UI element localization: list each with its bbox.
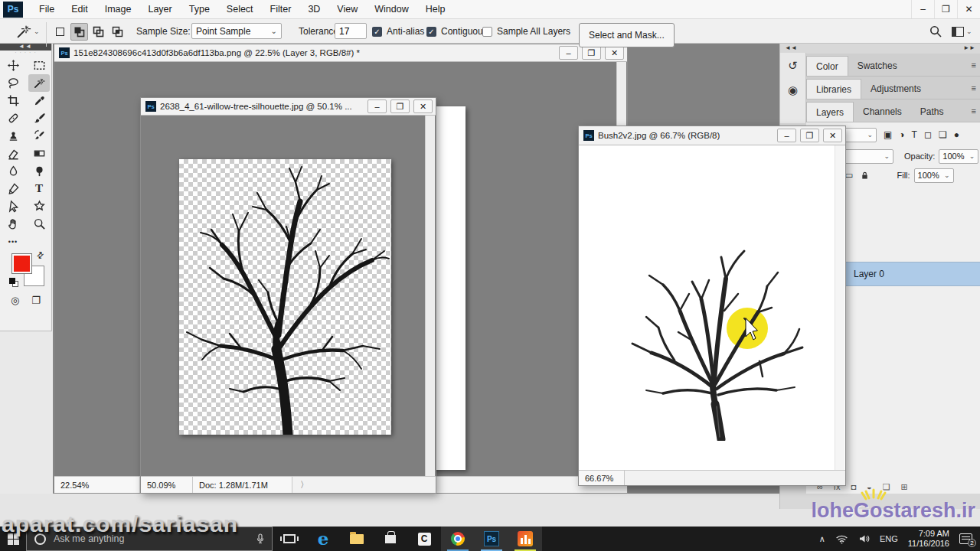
chrome-button[interactable] xyxy=(441,527,475,551)
photoshop-taskbar-button[interactable]: Ps xyxy=(475,527,508,551)
filter-type-layers-icon[interactable]: T xyxy=(912,129,917,140)
app-restore-button[interactable]: ❐ xyxy=(934,0,957,18)
task-view-button[interactable] xyxy=(273,527,306,551)
willow-titlebar[interactable]: Ps 2638_4_61-willow-tree-silhouette.jpg … xyxy=(141,98,436,116)
tab-channels[interactable]: Channels xyxy=(854,102,911,122)
custom-shape-tool[interactable] xyxy=(28,197,50,215)
zoom-level-field[interactable]: 22.54% xyxy=(54,477,140,493)
sample-size-select[interactable]: Point Sample⌄ xyxy=(191,23,282,39)
history-brush-tool[interactable] xyxy=(28,127,50,145)
move-tool[interactable] xyxy=(2,57,24,74)
collapse-panels-icon[interactable]: ◄◄ xyxy=(785,44,797,52)
menu-window[interactable]: Window xyxy=(366,4,416,15)
path-selection-tool[interactable] xyxy=(2,197,24,215)
subtract-from-selection-button[interactable] xyxy=(90,23,107,41)
history-panel-icon[interactable]: ↺ xyxy=(788,59,798,73)
maximize-button[interactable]: ❐ xyxy=(582,46,601,60)
hand-tool[interactable] xyxy=(2,215,24,233)
layer-mask-icon[interactable]: ◘ xyxy=(851,482,856,492)
file-explorer-button[interactable] xyxy=(340,527,374,551)
minimize-button[interactable]: – xyxy=(368,99,387,113)
close-button[interactable]: ✕ xyxy=(823,129,842,142)
bush-canvas-area[interactable] xyxy=(579,145,845,470)
menu-3d[interactable]: 3D xyxy=(299,4,328,15)
gradient-tool[interactable] xyxy=(28,145,50,162)
menu-view[interactable]: View xyxy=(328,4,366,15)
status-chevron-icon[interactable]: 〉 xyxy=(292,479,316,491)
eyedropper-tool[interactable] xyxy=(28,92,50,109)
tab-swatches[interactable]: Swatches xyxy=(848,56,906,76)
sample-all-layers-checkbox[interactable]: Sample All Layers xyxy=(482,19,570,44)
new-layer-icon[interactable]: ⊞ xyxy=(901,482,908,492)
swap-colors-icon[interactable]: ⇄ xyxy=(34,249,47,262)
clone-stamp-tool[interactable] xyxy=(2,127,24,145)
edge-browser-button[interactable]: e xyxy=(306,527,340,551)
menu-filter[interactable]: Filter xyxy=(262,4,300,15)
zoom-level-field[interactable]: 66.67% xyxy=(579,471,625,485)
smudge-tool[interactable] xyxy=(2,162,24,180)
fill-select[interactable]: 100%⌄ xyxy=(914,168,954,183)
zoom-tool[interactable] xyxy=(28,215,50,233)
dodge-tool[interactable] xyxy=(28,162,50,180)
language-indicator[interactable]: ENG xyxy=(880,534,898,543)
clock[interactable]: 7:09 AM 11/16/2016 xyxy=(908,529,949,549)
minimize-button[interactable]: – xyxy=(777,129,796,142)
brush-tool[interactable] xyxy=(28,109,50,127)
contiguous-checkbox[interactable]: ✓ Contiguous xyxy=(426,19,488,44)
app-minimize-button[interactable]: – xyxy=(911,0,934,18)
panel-menu-icon[interactable]: ≡ xyxy=(972,60,976,70)
menu-type[interactable]: Type xyxy=(181,4,218,15)
tab-layers[interactable]: Layers xyxy=(806,102,854,122)
recorder-app-button[interactable] xyxy=(508,527,542,551)
action-center-icon[interactable]: 2 xyxy=(959,533,972,544)
magic-wand-tool-preset[interactable]: ⌄ xyxy=(15,19,40,44)
properties-panel-icon[interactable]: ◉ xyxy=(788,83,798,97)
tab-adjustments[interactable]: Adjustments xyxy=(861,79,930,99)
vertical-scrollbar[interactable] xyxy=(425,116,435,476)
volume-icon[interactable] xyxy=(858,534,870,543)
filter-pixel-layers-icon[interactable]: ▣ xyxy=(884,129,892,140)
menu-help[interactable]: Help xyxy=(417,4,454,15)
tray-chevron-icon[interactable]: ∧ xyxy=(819,534,825,544)
add-to-selection-button[interactable] xyxy=(70,23,88,41)
foreground-color-swatch[interactable] xyxy=(11,253,32,274)
tab-libraries[interactable]: Libraries xyxy=(806,79,861,99)
panel-menu-icon[interactable]: ≡ xyxy=(972,106,976,116)
maximize-button[interactable]: ❐ xyxy=(390,99,410,113)
anti-alias-checkbox[interactable]: ✓ Anti-alias xyxy=(372,19,424,44)
screen-mode-button[interactable]: ❐ xyxy=(31,295,41,306)
magic-wand-tool[interactable] xyxy=(28,74,50,92)
search-button[interactable] xyxy=(929,19,942,44)
eraser-tool[interactable] xyxy=(2,145,24,162)
close-button[interactable]: ✕ xyxy=(605,46,624,60)
filter-toggle-icon[interactable]: ● xyxy=(954,129,959,140)
filter-smart-objects-icon[interactable]: ❏ xyxy=(939,129,947,140)
healing-brush-tool[interactable] xyxy=(2,109,24,127)
tab-color[interactable]: Color xyxy=(806,56,848,76)
main-document-titlebar[interactable]: Ps 151e824308696c413d0f3b6a6df113ba.png … xyxy=(54,44,627,62)
select-and-mask-button[interactable]: Select and Mask... xyxy=(579,23,675,47)
lasso-tool[interactable] xyxy=(2,74,24,92)
menu-edit[interactable]: Edit xyxy=(63,4,96,15)
tolerance-input[interactable] xyxy=(335,23,367,39)
minimize-button[interactable]: – xyxy=(559,46,578,60)
type-tool[interactable]: T xyxy=(28,180,50,197)
tab-paths[interactable]: Paths xyxy=(911,102,953,122)
vertical-scrollbar[interactable] xyxy=(835,145,844,470)
close-button[interactable]: ✕ xyxy=(413,99,433,113)
edit-toolbar-ellipsis[interactable]: ••• xyxy=(2,233,24,250)
lock-all-icon[interactable] xyxy=(861,171,869,180)
filter-adjustment-layers-icon[interactable]: ◑ xyxy=(899,129,904,140)
workspace-switcher-button[interactable]: ⌄ xyxy=(952,19,972,44)
bush-titlebar[interactable]: Ps Bush2v2.jpg @ 66.7% (RGB/8) – ❐ ✕ xyxy=(579,126,845,145)
opacity-select[interactable]: 100%⌄ xyxy=(939,149,978,164)
menu-layer[interactable]: Layer xyxy=(139,4,180,15)
maximize-button[interactable]: ❐ xyxy=(800,129,819,142)
store-button[interactable] xyxy=(374,527,407,551)
expand-panels-icon[interactable]: ►► xyxy=(963,44,975,52)
app-close-button[interactable]: ✕ xyxy=(957,0,980,18)
filter-shape-layers-icon[interactable]: ◻ xyxy=(924,129,932,140)
intersect-selection-button[interactable] xyxy=(109,23,126,41)
crop-tool[interactable] xyxy=(2,92,24,109)
menu-image[interactable]: Image xyxy=(96,4,140,15)
